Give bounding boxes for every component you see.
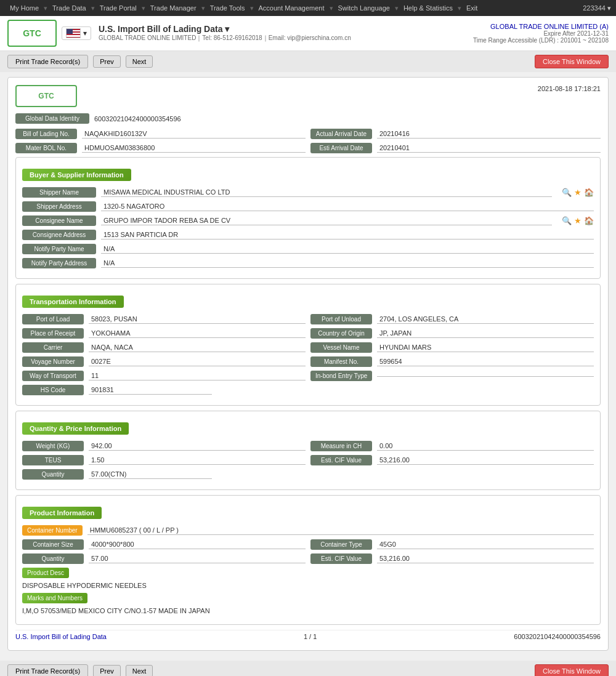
consignee-icons: 🔍 ★ 🏠 [562,216,594,225]
carrier-vessel-row: Carrier NAQA, NACA Vessel Name HYUNDAI M… [22,342,594,356]
vessel-name-label: Vessel Name [310,342,372,353]
place-of-receipt-label: Place of Receipt [22,328,84,339]
ports-row: Port of Load 58023, PUSAN Port of Unload… [22,314,594,328]
shipper-search-icon[interactable]: 🔍 [562,188,572,197]
bol-arrival-row: Bill of Lading No. NAQAKHID160132V Actua… [15,129,601,143]
shipper-star-icon[interactable]: ★ [574,188,582,197]
expire-date: Expire After 2021-12-31 [473,30,609,37]
transportation-section: Transportation Information Port of Load … [15,284,601,406]
nav-trade-data[interactable]: Trade Data [47,4,91,12]
container-type-label: Container Type [310,539,372,550]
port-of-unload-value: 2704, LOS ANGELES, CA [377,315,594,324]
marks-numbers-button[interactable]: Marks and Numbers [22,593,87,603]
mater-bol-esti-row: Mater BOL No. HDMUOSAM03836800 Esti Arri… [15,143,601,157]
consignee-home-icon[interactable]: 🏠 [584,216,594,225]
port-of-unload-label: Port of Unload [310,314,372,324]
page-title: U.S. Import Bill of Lading Data ▾ [99,24,473,34]
esti-cif-label: Esti. CIF Value [310,455,372,465]
transportation-title: Transportation Information [22,296,124,308]
container-number-button[interactable]: Container Number [22,525,83,536]
esti-arrival-label: Esti Arrival Date [310,143,372,153]
next-button-top[interactable]: Next [126,55,153,68]
print-button-bottom[interactable]: Print Trade Record(s) [7,664,88,676]
product-qty-cif-row: Quantity 57.00 Esti. CIF Value 53,216.00 [22,553,594,568]
way-of-transport-label: Way of Transport [22,371,84,381]
shipper-icons: 🔍 ★ 🏠 [562,188,594,197]
shipper-home-icon[interactable]: 🏠 [584,188,594,197]
nav-account-management[interactable]: Account Management [254,4,330,12]
esti-cif-field: Esti. CIF Value 53,216.00 [310,455,594,465]
mater-bol-label: Mater BOL No. [15,143,77,153]
header-title-area: U.S. Import Bill of Lading Data ▾ GLOBAL… [99,24,473,42]
notify-party-address-label: Notify Party Address [22,258,96,268]
quantity-value: 57.00(CTN) [89,470,212,479]
inbond-entry-type-label: In-bond Entry Type [310,371,372,381]
close-button-top[interactable]: Close This Window [535,55,609,68]
nav-switch-language[interactable]: Switch Language [333,4,395,12]
flag-dropdown-icon: ▾ [83,29,87,38]
top-action-bar: Print Trade Record(s) Prev Next Close Th… [0,51,616,72]
prev-button-top[interactable]: Prev [93,55,121,68]
marks-numbers-text: I,M,O 57053/MED MEXICO CITY C/NO.1-57 MA… [22,606,594,618]
nav-trade-tools[interactable]: Trade Tools [205,4,250,12]
pagination-record-id: 60032021042400000354596 [514,633,601,640]
buyer-supplier-section: Buyer & Supplier Information Shipper Nam… [15,157,601,279]
quantity-price-section: Quantity & Price Information Weight (KG)… [15,411,601,490]
notify-party-name-label: Notify Party Name [22,244,96,254]
print-button-top[interactable]: Print Trade Record(s) [7,55,88,68]
inbond-entry-type-field: In-bond Entry Type [310,371,594,381]
esti-arrival-field: Esti Arrival Date 20210401 [310,143,601,153]
voyage-number-value: 0027E [89,357,306,366]
product-esti-cif-label: Esti. CIF Value [310,553,372,564]
teus-label: TEUS [22,455,84,465]
nav-help-statistics[interactable]: Help & Statistics [399,4,458,12]
container-number-value: HMMU6085237 ( 00 / L / PP ) [87,526,594,535]
measure-ch-value: 0.00 [377,441,594,451]
prev-button-bottom[interactable]: Prev [93,665,121,676]
way-of-transport-field: Way of Transport 11 [22,371,306,381]
bol-value: NAQAKHID160132V [82,129,306,139]
account-name-link[interactable]: GLOBAL TRADE ONLINE LIMITED (A) [490,23,609,30]
consignee-search-icon[interactable]: 🔍 [562,216,572,225]
record-card: GTC 2021-08-18 17:18:21 Global Data Iden… [7,77,609,651]
record-date: 2021-08-18 17:18:21 [538,85,601,92]
nav-exit[interactable]: Exit [461,4,482,12]
account-number: 223344 ▾ [583,4,611,12]
shipper-address-row: Shipper Address 1320-5 NAGATORO [22,201,594,212]
consignee-address-label: Consignee Address [22,230,96,240]
consignee-name-label: Consignee Name [22,215,96,226]
language-selector[interactable]: ▾ [62,26,91,40]
manifest-no-value: 599654 [377,357,594,366]
country-of-origin-value: JP, JAPAN [377,329,594,338]
receipt-origin-row: Place of Receipt YOKOHAMA Country of Ori… [22,328,594,342]
notify-party-address-value: N/A [101,259,594,268]
consignee-star-icon[interactable]: ★ [574,216,582,225]
us-flag-icon [66,28,81,38]
voyage-number-field: Voyage Number 0027E [22,356,306,367]
product-quantity-value: 57.00 [89,554,306,563]
top-navigation: My Home ▾ Trade Data ▾ Trade Portal ▾ Tr… [0,0,616,16]
consignee-address-value: 1513 SAN PARTICIA DR [101,230,594,239]
shipper-name-row: Shipper Name MISAWA MEDICAL INDUSTRIAL C… [22,187,594,198]
global-data-identity-row: Global Data Identity 6003202104240000035… [15,113,601,124]
close-button-bottom[interactable]: Close This Window [535,664,609,676]
record-logo: GTC [15,85,77,107]
shipper-name-value: MISAWA MEDICAL INDUSTRIAL CO LTD [101,188,552,197]
product-desc-text: DISPOSABLE HYPODERMIC NEEDLES [22,581,594,593]
notify-party-name-value: N/A [101,244,594,254]
measure-ch-label: Measure in CH [310,441,372,451]
teus-cif-row: TEUS 1.50 Esti. CIF Value 53,216.00 [22,455,594,469]
nav-trade-manager[interactable]: Trade Manager [145,4,201,12]
next-button-bottom[interactable]: Next [126,665,153,676]
voyage-manifest-row: Voyage Number 0027E Manifest No. 599654 [22,356,594,371]
teus-value: 1.50 [89,456,306,465]
nav-trade-portal[interactable]: Trade Portal [95,4,142,12]
product-desc-button[interactable]: Product Desc [22,568,69,578]
hs-code-row: HS Code 901831 [22,385,594,395]
pagination-link[interactable]: U.S. Import Bill of Lading Data [15,633,107,640]
port-of-load-label: Port of Load [22,314,84,324]
nav-my-home[interactable]: My Home [5,4,44,12]
actual-arrival-value: 20210416 [377,129,601,139]
place-of-receipt-value: YOKOHAMA [89,329,306,338]
main-content: GTC 2021-08-18 17:18:21 Global Data Iden… [0,72,616,661]
